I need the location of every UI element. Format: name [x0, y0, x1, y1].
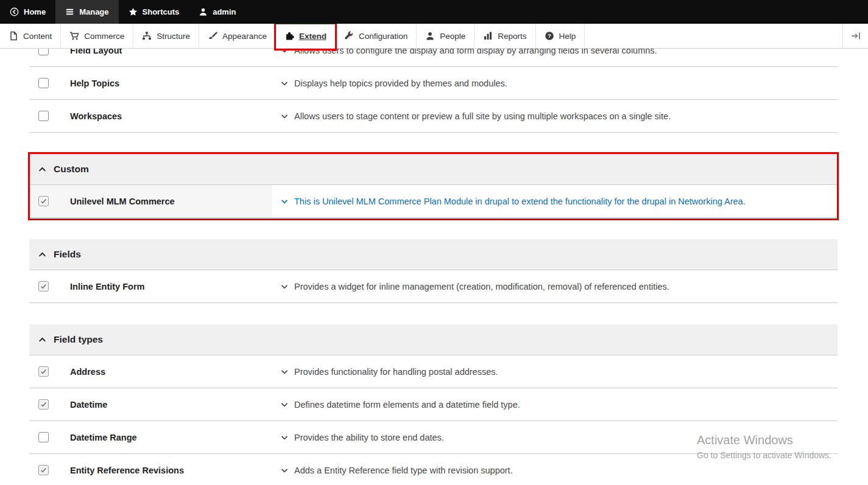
- module-sections: CustomUnilevel MLM CommerceThis is Unile…: [29, 154, 838, 485]
- tab-label: Configuration: [359, 32, 408, 41]
- tab-label: People: [440, 32, 465, 41]
- section-title: Field types: [54, 334, 103, 345]
- toolbar-item-label: Shortcuts: [143, 7, 180, 16]
- module-description-text: Provides the ability to store end dates.: [294, 433, 444, 442]
- module-name: Address: [70, 367, 280, 377]
- tab-appearance[interactable]: Appearance: [199, 24, 276, 48]
- section-header[interactable]: Fields: [29, 239, 838, 270]
- module-row: Datetime RangeProvides the ability to st…: [29, 421, 838, 454]
- cart-icon: [69, 31, 79, 41]
- module-row: WorkspacesAllows users to stage content …: [29, 100, 838, 133]
- svg-text:?: ?: [548, 32, 551, 39]
- module-checkbox[interactable]: [38, 399, 49, 410]
- module-table-top: Field LayoutAllows users to configure th…: [29, 34, 838, 133]
- chevron-down-icon[interactable]: [280, 112, 289, 120]
- module-section-fields: FieldsInline Entity FormProvides a widge…: [29, 239, 838, 303]
- toolbar-item-shortcuts[interactable]: Shortcuts: [119, 0, 189, 24]
- module-name: Inline Entity Form: [70, 282, 280, 291]
- chevron-up-icon[interactable]: [38, 335, 47, 344]
- tab-reports[interactable]: Reports: [475, 24, 535, 48]
- chevron-down-icon[interactable]: [280, 197, 289, 206]
- module-name: Datetime Range: [70, 433, 280, 442]
- chevron-down-icon[interactable]: [280, 400, 289, 409]
- chevron-down-icon[interactable]: [280, 433, 289, 442]
- module-description: Adds a Entity Reference field type with …: [280, 466, 513, 475]
- wrench-icon: [344, 31, 354, 41]
- module-description: Displays help topics provided by themes …: [280, 79, 507, 88]
- module-name: Entity Reference Revisions: [70, 466, 280, 475]
- toolbar-item-label: admin: [213, 7, 236, 16]
- module-checkbox[interactable]: [38, 196, 49, 206]
- file-icon: [9, 31, 18, 41]
- tab-label: Reports: [498, 32, 526, 41]
- section-header[interactable]: Field types: [29, 324, 838, 355]
- module-description-text: Allows users to stage content or preview…: [294, 111, 671, 121]
- chevron-down-icon[interactable]: [280, 466, 289, 475]
- chevron-down-icon[interactable]: [280, 79, 289, 88]
- toolbar-item-label: Home: [24, 7, 46, 16]
- tab-label: Help: [559, 32, 576, 41]
- module-description-text: This is Unilevel MLM Commerce Plan Modul…: [294, 197, 746, 206]
- chevron-up-icon[interactable]: [38, 250, 47, 259]
- tab-configuration[interactable]: Configuration: [336, 24, 417, 48]
- sitemap-icon: [142, 31, 152, 41]
- module-name: Datetime: [70, 400, 280, 410]
- module-row: Entity Reference RevisionsAdds a Entity …: [29, 454, 838, 485]
- tab-extend[interactable]: Extend: [276, 24, 336, 48]
- module-row: Inline Entity FormProvides a widget for …: [29, 270, 838, 303]
- toolbar-collapse-button[interactable]: [842, 24, 868, 48]
- menu-icon: [65, 7, 74, 16]
- tab-label: Content: [23, 32, 52, 41]
- person-icon: [425, 31, 435, 41]
- module-row: Unilevel MLM CommerceThis is Unilevel ML…: [29, 185, 838, 218]
- section-title: Custom: [54, 164, 89, 175]
- chevron-down-icon[interactable]: [280, 282, 289, 291]
- module-checkbox[interactable]: [38, 78, 49, 88]
- module-description-text: Provides functionality for handling post…: [294, 367, 498, 377]
- module-description-text: Adds a Entity Reference field type with …: [294, 466, 513, 475]
- toolbar-item-admin[interactable]: admin: [189, 0, 245, 24]
- toolbar-item-manage[interactable]: Manage: [55, 0, 118, 24]
- module-row: AddressProvides functionality for handli…: [29, 355, 838, 388]
- user-icon: [199, 7, 208, 16]
- puzzle-icon: [284, 31, 294, 41]
- module-checkbox[interactable]: [38, 281, 49, 291]
- chevron-down-icon[interactable]: [280, 368, 289, 376]
- module-name: Help Topics: [70, 79, 280, 88]
- tab-label: Commerce: [84, 32, 124, 41]
- module-row: Help TopicsDisplays help topics provided…: [29, 67, 838, 100]
- module-description-text: Defines datetime form elements and a dat…: [294, 400, 520, 410]
- module-checkbox[interactable]: [38, 366, 49, 377]
- tab-commerce[interactable]: Commerce: [61, 24, 133, 48]
- module-checkbox[interactable]: [38, 111, 49, 121]
- admin-tab-bar: ContentCommerceStructureAppearanceExtend…: [0, 24, 868, 49]
- module-description: Provides a widget for inline management …: [280, 282, 669, 291]
- module-checkbox[interactable]: [38, 432, 49, 442]
- module-description: Provides the ability to store end dates.: [280, 433, 444, 442]
- module-section-custom: CustomUnilevel MLM CommerceThis is Unile…: [29, 154, 838, 218]
- help-icon: ?: [545, 31, 554, 41]
- module-name: Unilevel MLM Commerce: [70, 197, 280, 206]
- toolbar-item-label: Manage: [79, 7, 108, 16]
- tab-label: Appearance: [222, 32, 267, 41]
- module-row: DatetimeDefines datetime form elements a…: [29, 388, 838, 421]
- tab-label: Structure: [157, 32, 190, 41]
- tab-people[interactable]: People: [417, 24, 475, 48]
- back-icon: [10, 7, 19, 16]
- chevron-up-icon[interactable]: [38, 165, 47, 174]
- module-section-field-types: Field typesAddressProvides functionality…: [29, 324, 838, 485]
- section-title: Fields: [54, 249, 81, 260]
- section-header[interactable]: Custom: [29, 154, 838, 185]
- tab-content[interactable]: Content: [0, 24, 61, 48]
- module-checkbox[interactable]: [38, 465, 49, 475]
- tab-structure[interactable]: Structure: [133, 24, 199, 48]
- module-description: This is Unilevel MLM Commerce Plan Modul…: [280, 197, 746, 206]
- module-description: Allows users to stage content or preview…: [280, 111, 671, 121]
- admin-toolbar: HomeManageShortcutsadmin: [0, 0, 868, 24]
- bar-chart-icon: [483, 31, 493, 41]
- toolbar-item-home[interactable]: Home: [0, 0, 55, 24]
- brush-icon: [208, 31, 217, 41]
- tab-help[interactable]: ?Help: [536, 24, 585, 48]
- module-description-text: Displays help topics provided by themes …: [294, 79, 507, 88]
- module-list: Field LayoutAllows users to configure th…: [29, 34, 838, 485]
